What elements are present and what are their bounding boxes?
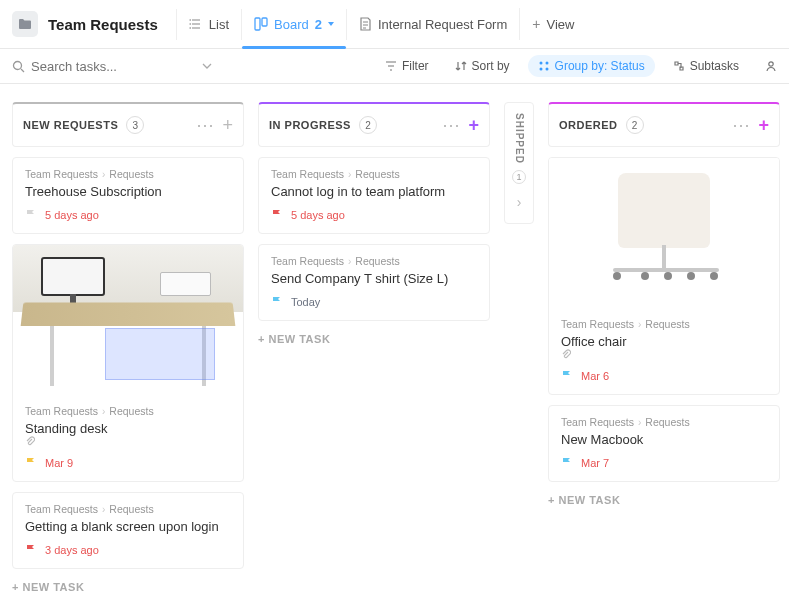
svg-point-1 <box>189 23 191 25</box>
card-date: Mar 6 <box>581 370 609 382</box>
search-wrap <box>12 59 212 74</box>
group-icon <box>538 60 550 72</box>
add-card-button[interactable]: + <box>468 115 479 136</box>
breadcrumb-child: Requests <box>645 416 689 428</box>
board-icon <box>254 17 268 31</box>
column-ordered: ORDERED 2 ⋯ + Team Requests › Requests O <box>548 102 780 593</box>
subtasks-button[interactable]: Subtasks <box>665 55 747 77</box>
count-badge: 3 <box>126 116 144 134</box>
people-button[interactable] <box>757 56 777 76</box>
subtasks-icon <box>673 60 685 72</box>
card-date: Today <box>291 296 320 308</box>
column-header-in-progress: IN PROGRESS 2 ⋯ + <box>258 102 490 147</box>
breadcrumb-parent: Team Requests <box>561 416 634 428</box>
count-badge: 2 <box>626 116 644 134</box>
card-blank-screen[interactable]: Team Requests › Requests Getting a blank… <box>12 492 244 569</box>
breadcrumb-parent: Team Requests <box>271 255 344 267</box>
card-title: Treehouse Subscription <box>25 184 231 199</box>
filter-icon <box>385 60 397 72</box>
new-task-button[interactable]: + NEW TASK <box>548 494 780 506</box>
column-shipped-collapsed[interactable]: SHIPPED 1 › <box>504 102 534 224</box>
add-card-button[interactable]: + <box>758 115 769 136</box>
svg-point-2 <box>189 27 191 29</box>
tab-form[interactable]: Internal Request Form <box>346 9 519 40</box>
tab-board-count: 2 <box>315 17 322 32</box>
attachment-icon <box>561 349 767 360</box>
tab-list[interactable]: List <box>176 9 241 40</box>
page-header: Team Requests List Board 2 Internal Requ… <box>0 0 789 49</box>
breadcrumb-child: Requests <box>109 405 153 417</box>
card-title: Getting a blank screen upon login <box>25 519 231 534</box>
svg-point-6 <box>539 62 542 65</box>
chevron-right-icon: › <box>348 169 351 180</box>
chevron-right-icon: › <box>102 169 105 180</box>
card-date: Mar 7 <box>581 457 609 469</box>
chevron-right-icon: › <box>348 256 351 267</box>
card-standing-desk[interactable]: Team Requests › Requests Standing desk M… <box>12 244 244 482</box>
breadcrumb-parent: Team Requests <box>561 318 634 330</box>
breadcrumb-parent: Team Requests <box>25 168 98 180</box>
card-treehouse[interactable]: Team Requests › Requests Treehouse Subsc… <box>12 157 244 234</box>
chevron-down-icon[interactable] <box>202 63 212 69</box>
count-badge: 1 <box>512 170 526 184</box>
plus-icon: + <box>532 16 540 32</box>
filter-label: Filter <box>402 59 429 73</box>
breadcrumb: Team Requests › Requests <box>271 168 477 180</box>
card-title: Send Company T shirt (Size L) <box>271 271 477 286</box>
breadcrumb: Team Requests › Requests <box>25 405 231 417</box>
flag-icon <box>271 296 283 308</box>
column-header-ordered: ORDERED 2 ⋯ + <box>548 102 780 147</box>
filter-button[interactable]: Filter <box>377 55 437 77</box>
svg-point-0 <box>189 19 191 21</box>
card-date: Mar 9 <box>45 457 73 469</box>
form-icon <box>359 17 372 31</box>
flag-icon <box>25 209 37 221</box>
tab-form-label: Internal Request Form <box>378 17 507 32</box>
card-title: Cannot log in to team platform <box>271 184 477 199</box>
sort-label: Sort by <box>472 59 510 73</box>
add-view-button[interactable]: + View <box>519 8 586 40</box>
card-cannot-login[interactable]: Team Requests › Requests Cannot log in t… <box>258 157 490 234</box>
column-new-requests: NEW REQUESTS 3 ⋯ + Team Requests › Reque… <box>12 102 244 593</box>
breadcrumb-child: Requests <box>109 168 153 180</box>
column-title: IN PROGRESS <box>269 119 351 131</box>
search-input[interactable] <box>31 59 171 74</box>
more-icon[interactable]: ⋯ <box>442 114 460 136</box>
svg-point-7 <box>545 62 548 65</box>
card-title-text: Office chair <box>561 334 627 349</box>
card-image-desk <box>13 245 243 395</box>
card-office-chair[interactable]: Team Requests › Requests Office chair Ma… <box>548 157 780 395</box>
group-by-button[interactable]: Group by: Status <box>528 55 655 77</box>
card-new-macbook[interactable]: Team Requests › Requests New Macbook Mar… <box>548 405 780 482</box>
folder-icon <box>12 11 38 37</box>
column-title: NEW REQUESTS <box>23 119 118 131</box>
card-tshirt[interactable]: Team Requests › Requests Send Company T … <box>258 244 490 321</box>
new-task-button[interactable]: + NEW TASK <box>258 333 490 345</box>
chevron-right-icon: › <box>102 406 105 417</box>
new-task-button[interactable]: + NEW TASK <box>12 581 244 593</box>
count-badge: 2 <box>359 116 377 134</box>
chevron-right-icon: › <box>638 319 641 330</box>
breadcrumb: Team Requests › Requests <box>271 255 477 267</box>
column-header-new-requests: NEW REQUESTS 3 ⋯ + <box>12 102 244 147</box>
breadcrumb-parent: Team Requests <box>271 168 344 180</box>
group-by-label: Group by: Status <box>555 59 645 73</box>
page-title: Team Requests <box>48 16 158 33</box>
column-title: SHIPPED <box>514 113 525 164</box>
board: NEW REQUESTS 3 ⋯ + Team Requests › Reque… <box>0 84 789 611</box>
tab-board[interactable]: Board 2 <box>241 9 346 40</box>
tab-board-label: Board <box>274 17 309 32</box>
caret-down-icon <box>328 22 334 26</box>
add-card-button[interactable]: + <box>222 115 233 136</box>
more-icon[interactable]: ⋯ <box>196 114 214 136</box>
view-tabs: List Board 2 Internal Request Form + Vie… <box>176 8 587 40</box>
flag-icon <box>25 544 37 556</box>
flag-icon <box>561 370 573 382</box>
more-icon[interactable]: ⋯ <box>732 114 750 136</box>
chevron-right-icon: › <box>638 417 641 428</box>
sort-button[interactable]: Sort by <box>447 55 518 77</box>
breadcrumb: Team Requests › Requests <box>561 416 767 428</box>
svg-point-9 <box>545 68 548 71</box>
tab-list-label: List <box>209 17 229 32</box>
breadcrumb-parent: Team Requests <box>25 503 98 515</box>
